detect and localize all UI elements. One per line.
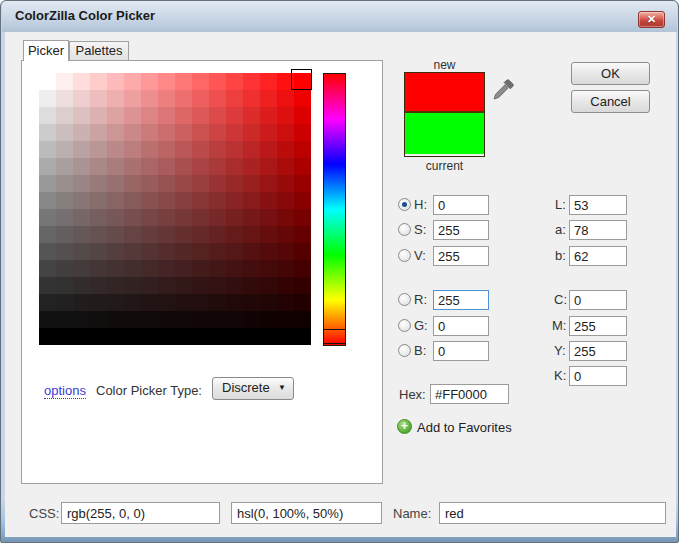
radio-h[interactable] bbox=[398, 198, 411, 211]
sv-cell[interactable] bbox=[192, 124, 209, 141]
sv-cell[interactable] bbox=[107, 141, 124, 158]
sv-cell[interactable] bbox=[124, 73, 141, 90]
sv-cell[interactable] bbox=[192, 158, 209, 175]
sv-cell[interactable] bbox=[73, 226, 90, 243]
sv-cell[interactable] bbox=[39, 260, 56, 277]
sv-cell[interactable] bbox=[192, 175, 209, 192]
sv-cell[interactable] bbox=[107, 328, 124, 345]
sv-cell[interactable] bbox=[158, 226, 175, 243]
sv-cell[interactable] bbox=[107, 124, 124, 141]
sv-cell[interactable] bbox=[107, 175, 124, 192]
sv-cell[interactable] bbox=[294, 90, 311, 107]
sv-cell[interactable] bbox=[226, 124, 243, 141]
sv-cell[interactable] bbox=[260, 141, 277, 158]
sv-cell[interactable] bbox=[124, 90, 141, 107]
new-color-swatch[interactable] bbox=[405, 73, 484, 113]
sv-cell[interactable] bbox=[73, 311, 90, 328]
sv-cell[interactable] bbox=[277, 294, 294, 311]
sv-cell[interactable] bbox=[124, 124, 141, 141]
sv-cell[interactable] bbox=[175, 243, 192, 260]
sv-cell[interactable] bbox=[39, 124, 56, 141]
sv-cell[interactable] bbox=[260, 243, 277, 260]
sv-cell[interactable] bbox=[277, 328, 294, 345]
sv-cell[interactable] bbox=[141, 328, 158, 345]
sv-cell[interactable] bbox=[277, 175, 294, 192]
sv-cell[interactable] bbox=[294, 243, 311, 260]
sv-cell[interactable] bbox=[209, 294, 226, 311]
sv-cell[interactable] bbox=[158, 90, 175, 107]
g-input[interactable] bbox=[433, 316, 489, 336]
sv-cell[interactable] bbox=[73, 328, 90, 345]
sv-cell[interactable] bbox=[209, 158, 226, 175]
sv-cell[interactable] bbox=[90, 90, 107, 107]
sv-cell[interactable] bbox=[192, 107, 209, 124]
eyedropper-icon[interactable] bbox=[491, 78, 515, 102]
sv-cell[interactable] bbox=[260, 158, 277, 175]
r-input[interactable] bbox=[433, 290, 489, 310]
sv-cell[interactable] bbox=[226, 260, 243, 277]
sv-cell[interactable] bbox=[56, 243, 73, 260]
options-link[interactable]: options bbox=[44, 383, 86, 399]
add-favorites-label[interactable]: Add to Favorites bbox=[417, 420, 512, 435]
sv-cell[interactable] bbox=[192, 277, 209, 294]
sv-cell[interactable] bbox=[175, 73, 192, 90]
b-rgb-input[interactable] bbox=[433, 341, 489, 361]
sv-cell[interactable] bbox=[294, 124, 311, 141]
sv-cell[interactable] bbox=[243, 158, 260, 175]
sv-cell[interactable] bbox=[175, 294, 192, 311]
sv-cell[interactable] bbox=[192, 226, 209, 243]
sv-cell[interactable] bbox=[124, 175, 141, 192]
sv-cell[interactable] bbox=[73, 124, 90, 141]
sv-cell[interactable] bbox=[39, 107, 56, 124]
sv-cell[interactable] bbox=[209, 260, 226, 277]
sv-cell[interactable] bbox=[294, 175, 311, 192]
sv-cell[interactable] bbox=[209, 311, 226, 328]
sv-cell[interactable] bbox=[90, 124, 107, 141]
sv-cell[interactable] bbox=[175, 277, 192, 294]
s-input[interactable] bbox=[433, 220, 489, 240]
sv-cell[interactable] bbox=[56, 124, 73, 141]
sv-cell[interactable] bbox=[260, 328, 277, 345]
sv-cell[interactable] bbox=[90, 226, 107, 243]
sv-cell[interactable] bbox=[277, 209, 294, 226]
sv-cell[interactable] bbox=[260, 192, 277, 209]
sv-cell[interactable] bbox=[294, 328, 311, 345]
sv-cell[interactable] bbox=[277, 277, 294, 294]
sv-cell[interactable] bbox=[141, 277, 158, 294]
sv-cell[interactable] bbox=[39, 175, 56, 192]
sv-cell[interactable] bbox=[226, 311, 243, 328]
sv-cell[interactable] bbox=[277, 260, 294, 277]
sv-cell[interactable] bbox=[175, 328, 192, 345]
sv-cell[interactable] bbox=[158, 328, 175, 345]
sv-cell[interactable] bbox=[39, 73, 56, 90]
sv-cell[interactable] bbox=[209, 328, 226, 345]
sv-cell[interactable] bbox=[243, 277, 260, 294]
sv-cell[interactable] bbox=[39, 294, 56, 311]
sv-cell[interactable] bbox=[56, 107, 73, 124]
sv-cell[interactable] bbox=[107, 277, 124, 294]
sv-cell[interactable] bbox=[192, 192, 209, 209]
sv-cell[interactable] bbox=[124, 294, 141, 311]
sv-cell[interactable] bbox=[158, 141, 175, 158]
sv-cell[interactable] bbox=[39, 141, 56, 158]
sv-cell[interactable] bbox=[107, 90, 124, 107]
sv-cell[interactable] bbox=[226, 90, 243, 107]
sv-cell[interactable] bbox=[90, 260, 107, 277]
a-input[interactable] bbox=[569, 220, 627, 240]
sv-cell[interactable] bbox=[209, 107, 226, 124]
sv-cell[interactable] bbox=[175, 209, 192, 226]
sv-cell[interactable] bbox=[226, 277, 243, 294]
sv-cell[interactable] bbox=[124, 141, 141, 158]
picker-type-dropdown[interactable]: Discrete ▼ bbox=[212, 377, 294, 400]
sv-cell[interactable] bbox=[141, 175, 158, 192]
sv-cell[interactable] bbox=[192, 311, 209, 328]
sv-cell[interactable] bbox=[277, 107, 294, 124]
sv-cell[interactable] bbox=[243, 90, 260, 107]
sv-cell[interactable] bbox=[260, 107, 277, 124]
sv-cell[interactable] bbox=[192, 90, 209, 107]
sv-cell[interactable] bbox=[90, 294, 107, 311]
sv-cell[interactable] bbox=[56, 226, 73, 243]
sv-cell[interactable] bbox=[141, 158, 158, 175]
sv-cell[interactable] bbox=[209, 73, 226, 90]
sv-cell[interactable] bbox=[107, 209, 124, 226]
